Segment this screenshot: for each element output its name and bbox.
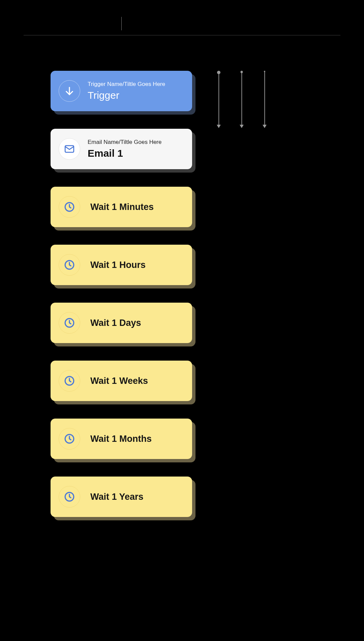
- trigger-subtitle: Trigger Name/Tiltle Goes Here: [88, 81, 165, 88]
- wait-amount: 1: [112, 260, 117, 270]
- top-vertical-divider: [121, 17, 122, 30]
- wait-prefix: Wait: [90, 434, 109, 444]
- wait-prefix: Wait: [90, 202, 109, 212]
- connector-arrow-small: [262, 71, 268, 128]
- wait-prefix: Wait: [90, 376, 109, 386]
- wait-years-card[interactable]: Wait 1 Years: [51, 477, 192, 517]
- wait-unit: Days: [119, 318, 141, 328]
- email-card[interactable]: Email Name/Tiltle Goes Here Email 1: [51, 129, 192, 169]
- wait-amount: 1: [112, 492, 117, 502]
- wait-weeks-card[interactable]: Wait 1 Weeks: [51, 361, 192, 401]
- connector-line: [218, 71, 219, 125]
- wait-amount: 1: [112, 376, 117, 386]
- wait-prefix: Wait: [90, 260, 109, 270]
- arrow-down-icon: [59, 80, 80, 102]
- envelope-icon: [59, 138, 80, 160]
- email-title: Email 1: [88, 148, 162, 159]
- wait-days-card[interactable]: Wait 1 Days: [51, 303, 192, 343]
- wait-months-card[interactable]: Wait 1 Months: [51, 419, 192, 459]
- wait-prefix: Wait: [90, 492, 109, 502]
- trigger-title: Trigger: [88, 90, 165, 101]
- wait-amount: 1: [112, 202, 117, 212]
- wait-prefix: Wait: [90, 318, 109, 328]
- wait-label: Wait 1 Weeks: [90, 376, 148, 386]
- wait-label: Wait 1 Days: [90, 318, 141, 328]
- connector-arrow-large: [216, 71, 222, 128]
- wait-label: Wait 1 Minutes: [90, 202, 154, 212]
- trigger-card[interactable]: Trigger Name/Tiltle Goes Here Trigger: [51, 71, 192, 111]
- connector-line: [264, 71, 265, 125]
- wait-unit: Years: [119, 492, 144, 502]
- clock-icon: [59, 312, 80, 334]
- wait-unit: Hours: [119, 260, 146, 270]
- wait-hours-card[interactable]: Wait 1 Hours: [51, 245, 192, 285]
- trigger-text: Trigger Name/Tiltle Goes Here Trigger: [88, 81, 165, 101]
- connector-arrows-group: [216, 71, 268, 128]
- wait-unit: Months: [119, 434, 152, 444]
- email-text: Email Name/Tiltle Goes Here Email 1: [88, 139, 162, 159]
- wait-unit: Weeks: [119, 376, 148, 386]
- clock-icon: [59, 196, 80, 218]
- wait-amount: 1: [112, 318, 117, 328]
- clock-icon: [59, 254, 80, 276]
- arrowhead-down-icon: [240, 125, 244, 128]
- email-subtitle: Email Name/Tiltle Goes Here: [88, 139, 162, 146]
- clock-icon: [59, 486, 80, 508]
- connector-arrow-medium: [239, 71, 245, 128]
- arrowhead-down-icon: [217, 125, 221, 128]
- wait-label: Wait 1 Hours: [90, 260, 146, 270]
- wait-label: Wait 1 Years: [90, 492, 144, 502]
- wait-label: Wait 1 Months: [90, 434, 152, 444]
- wait-unit: Minutes: [119, 202, 154, 212]
- clock-icon: [59, 428, 80, 450]
- connector-line: [241, 71, 242, 125]
- clock-icon: [59, 370, 80, 392]
- horizontal-rule: [24, 35, 340, 35]
- wait-amount: 1: [112, 434, 117, 444]
- wait-minutes-card[interactable]: Wait 1 Minutes: [51, 187, 192, 227]
- arrowhead-down-icon: [263, 125, 267, 128]
- workflow-cards-column: Trigger Name/Tiltle Goes Here Trigger Em…: [51, 71, 192, 535]
